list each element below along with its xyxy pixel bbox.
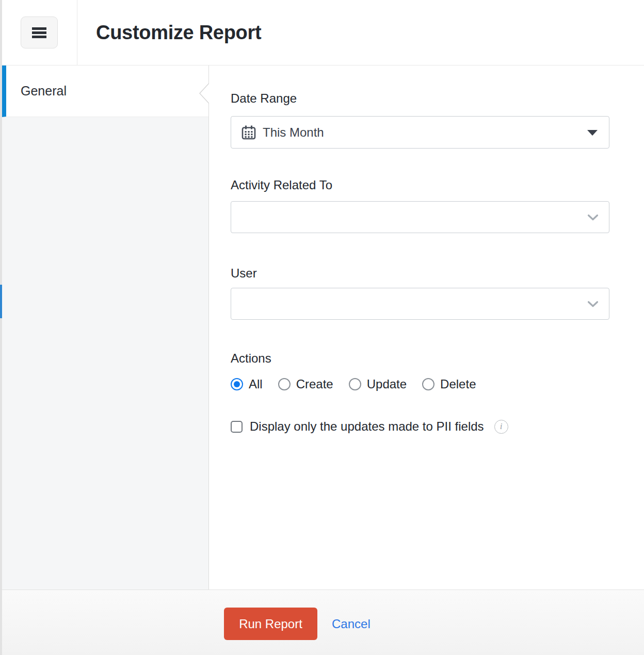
user-select[interactable] [231, 288, 609, 320]
radio-label: Update [367, 377, 407, 391]
menu-button[interactable] [21, 17, 58, 48]
pii-checkbox-label: Display only the updates made to PII fie… [250, 419, 484, 434]
radio-label: Create [296, 377, 333, 391]
footer: Run Report Cancel [2, 590, 644, 655]
caret-down-icon [587, 130, 598, 136]
radio-option-delete[interactable]: Delete [422, 377, 476, 391]
radio-label: All [249, 377, 263, 391]
actions-label: Actions [231, 351, 271, 366]
activity-related-label: Activity Related To [231, 178, 332, 192]
header: Customize Report [2, 0, 644, 66]
info-icon[interactable]: i [494, 420, 508, 434]
calendar-icon [242, 125, 256, 140]
sidebar-item-general[interactable]: General [2, 66, 208, 117]
actions-radio-group: All Create Update Delete [231, 377, 476, 391]
report-settings-panel: Date Range This Month Activity Related T… [210, 66, 644, 590]
header-divider [77, 0, 77, 66]
pii-checkbox-row: Display only the updates made to PII fie… [231, 419, 508, 434]
date-range-select[interactable]: This Month [231, 116, 609, 149]
page-title: Customize Report [96, 0, 261, 66]
radio-option-all[interactable]: All [231, 377, 263, 391]
date-range-label: Date Range [231, 91, 297, 106]
cancel-link[interactable]: Cancel [332, 608, 371, 640]
radio-label: Delete [440, 377, 476, 391]
chevron-down-icon [587, 214, 599, 221]
user-label: User [231, 266, 257, 281]
radio-option-update[interactable]: Update [349, 377, 407, 391]
active-tab-notch [198, 83, 209, 104]
run-report-button[interactable]: Run Report [224, 608, 317, 640]
sidebar-item-label: General [21, 84, 67, 99]
hamburger-icon [32, 27, 46, 38]
radio-option-create[interactable]: Create [278, 377, 333, 391]
radio-button-icon [278, 378, 291, 390]
pii-checkbox[interactable] [231, 421, 243, 433]
chevron-down-icon [587, 301, 599, 307]
activity-related-select[interactable] [231, 201, 609, 233]
radio-button-icon [422, 378, 434, 390]
radio-button-icon [231, 378, 243, 390]
date-range-value: This Month [263, 125, 324, 140]
sidebar: General [2, 66, 209, 590]
radio-button-icon [349, 378, 361, 390]
